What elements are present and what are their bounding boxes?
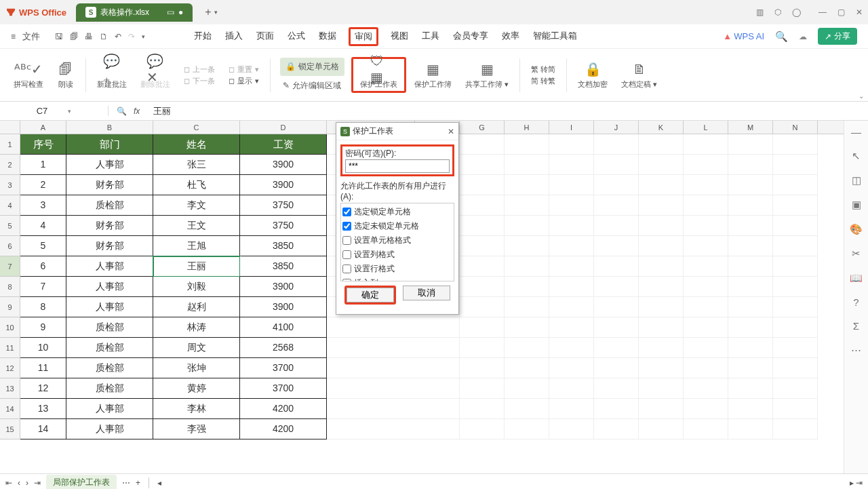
finalize-button[interactable]: 🗎文档定稿 ▾: [616, 52, 663, 98]
reset-comment[interactable]: ◻ 重置 ▾: [229, 64, 259, 75]
new-tab-button[interactable]: + ▾: [205, 6, 217, 18]
cell[interactable]: 3900: [240, 277, 327, 297]
permission-list[interactable]: 选定锁定单元格选定未锁定单元格设置单元格格式设置列格式设置行格式插入列: [340, 203, 454, 281]
cell[interactable]: 人事部: [66, 297, 153, 317]
cell[interactable]: 3700: [240, 358, 327, 378]
scroll-left-icon[interactable]: ◂: [157, 478, 161, 488]
del-comment-button[interactable]: 💬✕删除批注: [135, 52, 176, 98]
minimize-icon[interactable]: —: [818, 7, 827, 17]
cell[interactable]: 人事部: [66, 256, 153, 277]
cell[interactable]: 4100: [240, 317, 327, 338]
cell[interactable]: 2568: [240, 338, 327, 358]
col-header-H[interactable]: H: [505, 121, 549, 134]
cell[interactable]: 11: [20, 358, 66, 378]
first-sheet-icon[interactable]: ⇤: [5, 478, 12, 488]
prev-comment[interactable]: ◻ 上一条: [184, 64, 215, 75]
perm-item[interactable]: 选定锁定单元格: [342, 205, 452, 219]
perm-checkbox[interactable]: [342, 222, 351, 231]
protect-sheet-button[interactable]: 🛡▦保护工作表: [355, 60, 403, 90]
perm-item[interactable]: 插入列: [342, 276, 452, 281]
share-book-button[interactable]: ▦共享工作簿 ▾: [460, 52, 514, 98]
tab-page[interactable]: 页面: [255, 27, 275, 46]
cloud-icon[interactable]: ☁: [799, 32, 807, 41]
cell[interactable]: 5: [20, 236, 66, 256]
book-icon[interactable]: 📖: [850, 272, 863, 284]
tab-review[interactable]: 审阅: [349, 27, 378, 46]
tab-vip[interactable]: 会员专享: [452, 27, 490, 46]
cell[interactable]: 王丽: [153, 256, 240, 277]
row-header[interactable]: 11: [0, 338, 20, 358]
cell[interactable]: 张坤: [153, 358, 240, 378]
next-comment[interactable]: ◻ 下一条: [184, 76, 215, 86]
cell[interactable]: 质检部: [66, 358, 153, 378]
dropdown-icon[interactable]: ▾: [214, 9, 218, 16]
protect-book-button[interactable]: ▦保护工作簿: [409, 52, 457, 98]
row-header[interactable]: 6: [0, 236, 20, 256]
cell[interactable]: 林涛: [153, 317, 240, 338]
col-header-G[interactable]: G: [460, 121, 505, 134]
col-header-M[interactable]: M: [728, 121, 773, 134]
to-trad-button[interactable]: 简 转繁: [531, 76, 555, 86]
to-simp-button[interactable]: 繁 转简: [531, 64, 555, 75]
cell[interactable]: 赵利: [153, 297, 240, 317]
layers-icon[interactable]: ◫: [852, 174, 861, 187]
perm-item[interactable]: 设置列格式: [342, 248, 452, 262]
fx-icon[interactable]: fx: [134, 106, 140, 116]
allow-edit-button[interactable]: ✎ 允许编辑区域: [280, 79, 344, 93]
tools-icon[interactable]: ✂: [852, 248, 861, 260]
select-all-corner[interactable]: [0, 121, 20, 134]
art-icon[interactable]: 🎨: [850, 223, 863, 235]
row-header[interactable]: 3: [0, 175, 20, 195]
cell[interactable]: 质检部: [66, 317, 153, 338]
wps-ai-button[interactable]: ▲WPS AI: [723, 31, 764, 41]
cell[interactable]: 3900: [240, 297, 327, 317]
add-sheet-icon[interactable]: +: [136, 478, 140, 488]
hamburger-icon[interactable]: ≡: [11, 32, 16, 41]
cell[interactable]: 王旭: [153, 236, 240, 256]
row-header[interactable]: 14: [0, 399, 20, 419]
cell[interactable]: 3750: [240, 216, 327, 236]
cell[interactable]: 3900: [240, 175, 327, 195]
row-header[interactable]: 15: [0, 419, 20, 439]
cell[interactable]: 黄婷: [153, 378, 240, 399]
cell[interactable]: 6: [20, 256, 66, 277]
close-icon[interactable]: ✕: [856, 7, 863, 17]
row-header[interactable]: 2: [0, 155, 20, 175]
ok-button[interactable]: 确定: [347, 288, 394, 302]
help-icon[interactable]: ?: [853, 296, 859, 308]
cell[interactable]: 3850: [240, 236, 327, 256]
cell[interactable]: 1: [20, 155, 66, 175]
search-icon[interactable]: 🔍: [775, 31, 788, 43]
cell[interactable]: 质检部: [66, 378, 153, 399]
save-as-icon[interactable]: 🗐: [70, 32, 78, 41]
cell[interactable]: 李强: [153, 419, 240, 439]
cell[interactable]: 13: [20, 399, 66, 419]
cell[interactable]: 张三: [153, 155, 240, 175]
cell[interactable]: 3: [20, 195, 66, 216]
cell[interactable]: 刘毅: [153, 277, 240, 297]
cell[interactable]: 4200: [240, 419, 327, 439]
row-header[interactable]: 13: [0, 378, 20, 399]
col-header-B[interactable]: B: [66, 121, 153, 134]
cell[interactable]: 财务部: [66, 175, 153, 195]
cell[interactable]: 2: [20, 175, 66, 195]
cell[interactable]: 人事部: [66, 399, 153, 419]
tab-efficiency[interactable]: 效率: [500, 27, 521, 46]
perm-checkbox[interactable]: [342, 208, 351, 216]
redo-icon[interactable]: ↷: [128, 32, 135, 41]
cell[interactable]: 4200: [240, 399, 327, 419]
col-header-J[interactable]: J: [594, 121, 639, 134]
perm-checkbox[interactable]: [342, 265, 351, 273]
lock-cell-button[interactable]: 🔒 锁定单元格: [280, 58, 344, 76]
col-header-C[interactable]: C: [153, 121, 240, 134]
cell[interactable]: 财务部: [66, 216, 153, 236]
user-avatar[interactable]: ◯: [792, 7, 801, 17]
cell[interactable]: 人事部: [66, 155, 153, 175]
tab-formula[interactable]: 公式: [286, 27, 307, 46]
ribbon-collapse-icon[interactable]: ⌄: [859, 92, 864, 100]
cursor-icon[interactable]: ↖: [852, 150, 861, 162]
row-header[interactable]: 8: [0, 277, 20, 297]
print-icon[interactable]: 🖶: [85, 32, 93, 41]
cell[interactable]: 10: [20, 338, 66, 358]
cell[interactable]: 杜飞: [153, 175, 240, 195]
